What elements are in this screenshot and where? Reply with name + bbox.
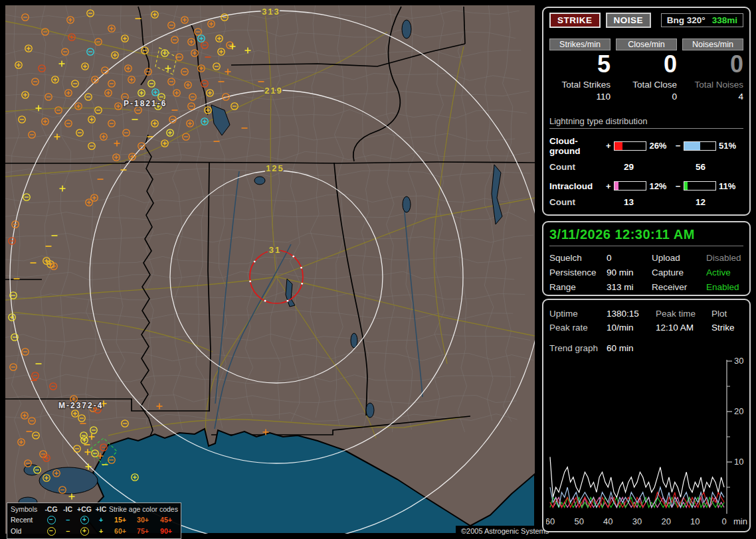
- copyright-text: ©2005 Astrogenic Systems: [456, 526, 554, 536]
- capture-status: Active: [706, 268, 731, 277]
- cg-pos-recent-icon: +: [76, 515, 93, 524]
- cg-neg-bar: [684, 141, 716, 151]
- svg-text:20: 20: [661, 516, 670, 526]
- ic-pos-bar: [614, 181, 646, 191]
- cloud-ground-row: Cloud-ground + 26% − 51%: [549, 136, 743, 156]
- cg-neg-pct: 51%: [719, 141, 743, 151]
- legend-col-cg-neg: -CG: [43, 505, 60, 513]
- cg-pos-pct: 26%: [649, 141, 674, 151]
- cg-neg-count: 56: [684, 162, 706, 172]
- squelch-value: 0: [607, 253, 652, 263]
- intracloud-label: Intracloud: [549, 181, 605, 191]
- bearing-distance: 338mi: [712, 15, 737, 25]
- storm-cell-label: P-1821-6: [124, 99, 167, 108]
- total-strikes-value: 110: [549, 92, 611, 102]
- noises-per-min-label: Noises/min: [682, 38, 743, 50]
- ic-pos-old-icon: +: [93, 527, 109, 535]
- ic-pos-count: 13: [612, 197, 684, 207]
- svg-text:50: 50: [574, 516, 583, 526]
- age-30: 30+: [132, 516, 154, 524]
- svg-text:10: 10: [690, 516, 700, 526]
- legend-recent-label: Recent: [11, 516, 43, 524]
- ic-pos-pct: 12%: [649, 181, 674, 191]
- upload-status: Disabled: [706, 253, 741, 263]
- upload-label: Upload: [652, 253, 706, 263]
- svg-text:min: min: [733, 516, 747, 526]
- ic-pos-sign: +: [605, 181, 613, 191]
- receiver-label: Receiver: [652, 282, 706, 292]
- capture-label: Capture: [652, 268, 706, 277]
- strikes-per-min-value: 5: [549, 52, 611, 77]
- close-per-min-label: Close/min: [616, 38, 677, 50]
- svg-text:10: 10: [734, 457, 743, 467]
- trend-graph-label: Trend graph: [549, 343, 607, 353]
- bearing-readout: Bng 320° 338mi: [661, 13, 743, 27]
- persistence-value: 90 min: [607, 268, 652, 277]
- age-60: 60+: [109, 527, 132, 535]
- storm-cell-label: M-2372-4: [58, 401, 103, 410]
- peak-time-value: 12:10 AM: [656, 323, 711, 333]
- strike-mode-button[interactable]: STRIKE: [549, 13, 601, 28]
- ic-pos-recent-icon: +: [93, 516, 109, 524]
- total-noises-label: Total Noises: [682, 80, 743, 90]
- ring-label: 125: [266, 163, 284, 173]
- svg-text:30: 30: [734, 357, 743, 366]
- plot-label: Plot: [711, 309, 727, 319]
- cg-pos-old-icon: +: [76, 526, 93, 536]
- distribution-title: Lightning type distribution: [549, 116, 743, 129]
- age-90: 90+: [154, 527, 178, 535]
- legend-symbols-header: Symbols: [11, 505, 43, 513]
- intracloud-row: Intracloud + 12% − 11%: [549, 181, 743, 191]
- cg-pos-sign: +: [605, 141, 613, 151]
- cg-neg-sign: −: [674, 141, 682, 151]
- bearing-value: Bng 320°: [667, 15, 706, 25]
- age-45: 45+: [154, 516, 178, 524]
- cloud-ground-label: Cloud-ground: [549, 136, 605, 156]
- legend-col-ic-pos: +IC: [93, 505, 109, 513]
- total-noises-value: 4: [682, 92, 743, 102]
- trend-panel: Uptime 1380:15 Peak time Plot Peak rate …: [542, 299, 751, 532]
- cloud-ground-count-row: Count 29 56: [549, 162, 743, 172]
- trend-graph: 1020306050403020100min: [546, 357, 748, 530]
- trend-series-cg-positive: [550, 493, 724, 508]
- ic-count-label: Count: [549, 197, 612, 207]
- legend-col-cg-pos: +CG: [76, 505, 93, 513]
- app-window: 31321912531 P-1821-6M-2372-4 Symbols -CG…: [0, 0, 756, 539]
- ring-label: 313: [262, 7, 280, 17]
- cg-pos-count: 29: [612, 162, 684, 172]
- strike-stats-panel: STRIKE NOISE Bng 320° 338mi Strikes/min …: [542, 7, 751, 216]
- ic-neg-bar: [684, 181, 716, 191]
- intracloud-count-row: Count 13 12: [549, 197, 743, 207]
- peak-time-label: Peak time: [656, 309, 711, 319]
- system-status-panel: 3/11/2026 12:30:11 AM Squelch 0 Upload D…: [542, 221, 751, 296]
- noise-mode-button[interactable]: NOISE: [606, 13, 652, 28]
- ic-neg-recent-icon: −: [60, 516, 76, 524]
- legend-age-header: Strike age color codes: [109, 505, 178, 513]
- map-view[interactable]: 31321912531 P-1821-6M-2372-4 Symbols -CG…: [5, 5, 535, 534]
- cg-neg-old-icon: −: [43, 526, 60, 536]
- cg-pos-bar: [614, 141, 646, 151]
- persistence-label: Persistence: [549, 268, 607, 277]
- total-strikes-label: Total Strikes: [549, 80, 611, 90]
- ic-neg-sign: −: [674, 181, 682, 191]
- map-canvas[interactable]: 31321912531 P-1821-6M-2372-4: [5, 5, 535, 534]
- ic-neg-count: 12: [684, 197, 706, 207]
- svg-text:60: 60: [546, 516, 555, 526]
- uptime-value: 1380:15: [607, 309, 656, 319]
- svg-text:20: 20: [734, 406, 743, 416]
- legend-old-label: Old: [11, 527, 43, 535]
- cg-count-label: Count: [549, 162, 612, 172]
- ring-label: 219: [264, 86, 283, 96]
- strikes-per-min-label: Strikes/min: [549, 38, 611, 50]
- receiver-status: Enabled: [706, 282, 739, 292]
- close-per-min-value: 0: [616, 52, 677, 77]
- uptime-label: Uptime: [549, 309, 607, 319]
- age-75: 75+: [132, 527, 154, 535]
- svg-text:40: 40: [603, 516, 613, 526]
- total-close-label: Total Close: [616, 80, 677, 90]
- ic-neg-old-icon: −: [60, 527, 76, 535]
- noises-per-min-value: 0: [682, 52, 743, 77]
- range-label: Range: [549, 282, 607, 292]
- svg-text:30: 30: [632, 516, 642, 526]
- plot-mode-value: Strike: [711, 323, 735, 333]
